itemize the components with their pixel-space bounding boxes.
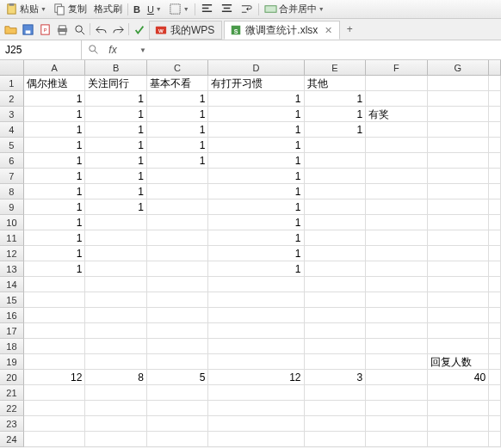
cell-C12[interactable] [147,246,209,261]
cell-A4[interactable]: 1 [24,122,86,138]
cell-F5[interactable] [366,138,428,153]
cell-E18[interactable] [305,339,367,354]
row-head-1[interactable]: 1 [0,76,24,91]
cell-A6[interactable]: 1 [24,153,86,169]
cell-F3[interactable]: 有奖 [366,107,428,122]
cell-B4[interactable]: 1 [85,122,147,138]
cell-B12[interactable] [85,246,147,261]
cell-D7[interactable]: 1 [208,169,304,184]
cell-A3[interactable]: 1 [24,107,86,122]
undo-button[interactable] [92,19,109,40]
formula-input[interactable] [125,40,501,59]
cell-F24[interactable] [366,432,428,447]
cell-edge[interactable] [489,91,501,107]
cell-edge[interactable] [489,230,501,246]
cell-G20[interactable]: 40 [428,370,490,385]
col-head-B[interactable]: B [85,60,147,76]
cell-E7[interactable] [305,169,367,184]
col-head-edge[interactable] [489,60,501,76]
cell-C14[interactable] [147,277,209,292]
cell-edge[interactable] [489,169,501,184]
cell-E5[interactable] [305,138,367,153]
cell-edge[interactable] [489,261,501,277]
cell-G15[interactable] [428,292,490,308]
cell-edge[interactable] [489,199,501,215]
cell-A14[interactable] [24,277,86,292]
col-head-G[interactable]: G [428,60,490,76]
cell-E20[interactable]: 3 [305,370,367,385]
row-head-15[interactable]: 15 [0,292,24,308]
cell-G23[interactable] [428,416,490,432]
cell-A19[interactable] [24,354,86,370]
cell-G13[interactable] [428,261,490,277]
row-head-21[interactable]: 21 [0,385,24,401]
cell-G7[interactable] [428,169,490,184]
cell-F15[interactable] [366,292,428,308]
pdf-button[interactable]: P [36,19,53,40]
cell-A20[interactable]: 12 [24,370,86,385]
cell-F12[interactable] [366,246,428,261]
copy-button[interactable]: 复制 [52,3,89,15]
cell-edge[interactable] [489,292,501,308]
cell-F20[interactable] [366,370,428,385]
cell-G16[interactable] [428,308,490,323]
cell-A13[interactable]: 1 [24,261,86,277]
cell-B10[interactable] [85,215,147,230]
cell-G11[interactable] [428,230,490,246]
row-head-16[interactable]: 16 [0,308,24,323]
cell-A9[interactable]: 1 [24,199,86,215]
cell-E14[interactable] [305,277,367,292]
cell-edge[interactable] [489,354,501,370]
cell-B11[interactable] [85,230,147,246]
cell-C11[interactable] [147,230,209,246]
cell-edge[interactable] [489,432,501,447]
select-all-corner[interactable] [0,60,24,76]
cell-edge[interactable] [489,138,501,153]
cell-edge[interactable] [489,184,501,199]
cell-C20[interactable]: 5 [147,370,209,385]
cell-E21[interactable] [305,385,367,401]
cell-edge[interactable] [489,76,501,91]
row-head-7[interactable]: 7 [0,169,24,184]
cell-B8[interactable]: 1 [85,184,147,199]
cell-D10[interactable]: 1 [208,215,304,230]
cell-D19[interactable] [208,354,304,370]
cell-D20[interactable]: 12 [208,370,304,385]
cell-D3[interactable]: 1 [208,107,304,122]
cell-G14[interactable] [428,277,490,292]
cell-B19[interactable] [85,354,147,370]
cell-E15[interactable] [305,292,367,308]
cell-C17[interactable] [147,323,209,339]
cell-E8[interactable] [305,184,367,199]
name-box[interactable]: ▼ [0,40,82,59]
cell-F8[interactable] [366,184,428,199]
cell-F23[interactable] [366,416,428,432]
cell-E23[interactable] [305,416,367,432]
cell-D21[interactable] [208,385,304,401]
cell-B24[interactable] [85,432,147,447]
cell-G19[interactable]: 回复人数 [428,354,490,370]
cell-C15[interactable] [147,292,209,308]
cell-D18[interactable] [208,339,304,354]
cell-E19[interactable] [305,354,367,370]
cell-D4[interactable]: 1 [208,122,304,138]
cell-F4[interactable] [366,122,428,138]
row-head-3[interactable]: 3 [0,107,24,122]
cell-C24[interactable] [147,432,209,447]
cell-C2[interactable]: 1 [147,91,209,107]
cell-A8[interactable]: 1 [24,184,86,199]
cell-A21[interactable] [24,385,86,401]
cell-A1[interactable]: 偶尔推送 [24,76,86,91]
cell-F11[interactable] [366,230,428,246]
row-head-23[interactable]: 23 [0,416,24,432]
cell-F18[interactable] [366,339,428,354]
cell-G8[interactable] [428,184,490,199]
cell-C23[interactable] [147,416,209,432]
cell-E24[interactable] [305,432,367,447]
cell-C8[interactable] [147,184,209,199]
cell-D14[interactable] [208,277,304,292]
cell-C7[interactable] [147,169,209,184]
cell-C3[interactable]: 1 [147,107,209,122]
cell-B13[interactable] [85,261,147,277]
bold-button[interactable]: B [132,4,142,15]
